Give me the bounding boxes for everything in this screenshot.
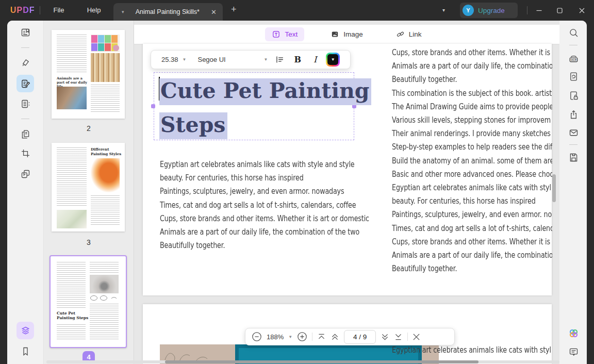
organize-pages-icon[interactable]	[16, 95, 34, 112]
thumb-fake-text	[90, 262, 119, 273]
annotate-icon[interactable]	[16, 54, 34, 72]
save-icon[interactable]	[565, 148, 582, 166]
pages-icon[interactable]	[16, 125, 34, 143]
thumb-image-palette	[91, 35, 120, 52]
horizontal-scrollbar[interactable]	[46, 360, 559, 363]
pdf-text-line[interactable]: Build the anatomy of an animal. some of …	[392, 154, 552, 168]
comment-icon[interactable]	[565, 343, 582, 360]
link-tool-button[interactable]: Link	[389, 27, 428, 41]
edit-icon[interactable]	[16, 75, 34, 92]
new-tab-button[interactable]: +	[231, 4, 237, 15]
layers-icon[interactable]	[16, 322, 34, 339]
align-icon[interactable]	[275, 55, 285, 64]
app-content: Animals are a part of our daily life 2 D…	[7, 21, 587, 364]
zoom-out-icon[interactable]	[252, 332, 262, 342]
thumb-image-floral	[57, 210, 87, 228]
protect-icon[interactable]	[565, 87, 582, 104]
next-page-icon[interactable]	[381, 333, 389, 341]
vertical-scrollbar-thumb[interactable]	[552, 174, 556, 202]
italic-button[interactable]: I	[314, 55, 317, 64]
close-window-button[interactable]	[570, 0, 593, 21]
font-family-value[interactable]: Segoe UI	[197, 56, 259, 63]
tab-close-icon[interactable]: ✕	[211, 8, 217, 16]
menu-help[interactable]: Help	[78, 0, 109, 21]
titlebar-chevron-down-icon[interactable]: ▾	[442, 7, 445, 13]
pdf-text-line[interactable]: Various skill levels, stepping stones fo…	[392, 113, 552, 127]
toolbar-divider	[312, 333, 312, 341]
stamp-icon[interactable]	[16, 165, 34, 183]
pdf-text-line[interactable]: Beautifully together.	[392, 73, 552, 86]
upgrade-button[interactable]: Upgrade	[478, 7, 505, 14]
pdf-text-line[interactable]: Times, cat and dog art sells a lot of t-…	[392, 222, 552, 235]
minimize-button[interactable]	[529, 0, 549, 21]
thumbnail-page-3[interactable]: Different Painting Styles	[52, 143, 125, 231]
ocr-icon[interactable]: OCR	[565, 49, 582, 67]
pdf-text-line[interactable]: Times, cat and dog art sells a lot of t-…	[160, 198, 388, 212]
pdf-text-line[interactable]: The Animal Drawing Guide aims to provide…	[392, 100, 552, 113]
font-color-button[interactable]: ▼	[326, 53, 340, 67]
pdf-text-line[interactable]: Cups, store brands and other items. Whet…	[392, 235, 552, 249]
pdf-text-line[interactable]: Their animal renderings. I provide many …	[392, 127, 552, 140]
pdf-text-line[interactable]: beauty. For centuries, this horse has in…	[160, 171, 388, 185]
font-family-dropdown-icon[interactable]: ▼	[263, 57, 268, 62]
pdf-text-line[interactable]: Beautifully together.	[392, 262, 552, 275]
pdf-text-line[interactable]: Animals are a part of our daily life, th…	[160, 225, 388, 239]
selection-handle-left[interactable]	[151, 104, 155, 108]
maximize-button[interactable]	[550, 0, 569, 21]
pdf-text-line[interactable]: beauty. For centuries, this horse has in…	[392, 194, 552, 208]
thumb-image-corgi	[90, 275, 119, 293]
pdf-text-line[interactable]: Paintings, sculptures, jewelry, and even…	[160, 185, 388, 198]
thumb-heading: Different Painting Styles	[91, 147, 122, 157]
close-toolbar-icon[interactable]	[412, 333, 420, 341]
link-tool-icon	[396, 30, 405, 39]
page-navigation-toolbar: 188% ▼ 4 / 9	[245, 328, 455, 345]
crop-icon[interactable]	[16, 144, 34, 162]
pdf-heading[interactable]: Cute Pet Painting Steps	[159, 74, 371, 142]
avatar[interactable]: Y	[463, 5, 474, 16]
horizontal-scrollbar-thumb[interactable]	[165, 360, 478, 363]
pdf-text-line[interactable]: Animals are a part of our daily life, th…	[392, 59, 552, 73]
mail-icon[interactable]	[565, 124, 582, 141]
page-indicator[interactable]: 4 / 9	[344, 330, 376, 344]
thumbnail-page-4-selected[interactable]: Cute Pet Painting Steps	[50, 255, 127, 348]
thumbnail-page-number: 2	[44, 124, 134, 133]
font-size-dropdown-icon[interactable]: ▼	[183, 57, 187, 62]
pdf-text-line[interactable]: Beautifully together.	[160, 239, 388, 252]
zoom-dropdown-icon[interactable]: ▼	[288, 335, 292, 339]
convert-icon[interactable]	[565, 68, 582, 85]
previous-page-icon[interactable]	[331, 333, 339, 341]
menu-file[interactable]: File	[43, 0, 74, 21]
pdf-text-line[interactable]: Animals are a part of our daily life, th…	[392, 249, 552, 262]
share-icon[interactable]	[565, 106, 582, 123]
heading-line-1[interactable]: Cute Pet Painting	[159, 78, 371, 105]
first-page-icon[interactable]	[317, 333, 326, 341]
text-tool-label: Text	[285, 30, 298, 38]
thumbnail-page-2[interactable]: Animals are a part of our daily life	[52, 30, 125, 119]
thumb-fake-text	[57, 262, 86, 308]
font-size-value[interactable]: 25.38	[161, 56, 178, 63]
pdf-text-line[interactable]: Cups, store brands and other items. Whet…	[160, 212, 388, 225]
ai-assistant-icon[interactable]	[565, 324, 582, 342]
pdf-text-line[interactable]: Step-by-step examples to help readers se…	[392, 140, 552, 154]
pdf-text-line[interactable]: Egyptian art celebrates animals like cat…	[392, 181, 552, 194]
document-tab[interactable]: ▾ Animal Painting Skills* ✕	[113, 3, 223, 21]
thumb-fake-text	[57, 324, 86, 341]
image-tool-button[interactable]: Image	[324, 27, 370, 41]
pdf-text-line[interactable]: This combination is the subject of this …	[392, 87, 552, 100]
last-page-icon[interactable]	[394, 333, 403, 341]
search-icon[interactable]	[565, 24, 582, 41]
edit-mode-toolbar: Text Image Link	[134, 25, 559, 44]
bold-button[interactable]: B	[294, 55, 301, 64]
zoom-in-icon[interactable]	[297, 332, 307, 342]
pdf-text-line[interactable]: Cups, store brands and other items. Whet…	[392, 46, 552, 59]
format-toolbar: 25.38 ▼ Segoe UI ▼ B I ▼	[151, 50, 351, 69]
heading-line-2[interactable]: Steps	[159, 112, 227, 139]
reader-icon[interactable]	[16, 24, 34, 41]
text-tool-button[interactable]: Text	[265, 27, 304, 41]
account-pill[interactable]: Y Upgrade	[460, 3, 518, 18]
pdf-text-line[interactable]: Egyptian art celebrates animals like cat…	[160, 158, 388, 171]
pdf-text-line[interactable]: Paintings, sculptures, jewelry, and even…	[392, 208, 552, 221]
zoom-level-value[interactable]: 188%	[267, 333, 284, 341]
pdf-text-line[interactable]: Basic and other more advanced ones. Plea…	[392, 168, 552, 181]
bookmark-icon[interactable]	[16, 342, 34, 360]
